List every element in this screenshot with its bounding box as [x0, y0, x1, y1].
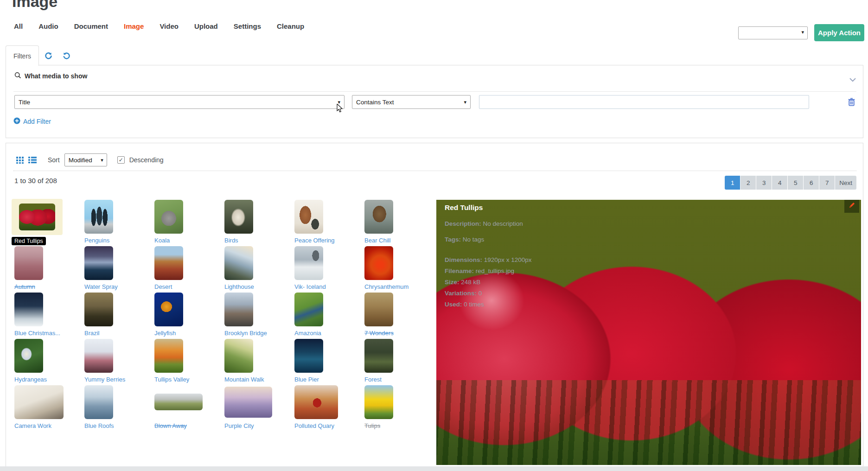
media-thumbnail[interactable] — [294, 246, 323, 280]
nav-item-all[interactable]: All — [14, 22, 23, 30]
selected-thumbnail-highlight[interactable] — [12, 199, 63, 235]
pagination-page-4[interactable]: 4 — [772, 176, 787, 190]
media-item-label[interactable]: Desert — [154, 283, 172, 290]
media-thumbnail[interactable] — [224, 200, 253, 234]
media-thumbnail[interactable] — [224, 246, 253, 280]
media-thumbnail[interactable] — [154, 246, 183, 280]
nav-item-audio[interactable]: Audio — [38, 22, 58, 30]
media-thumbnail[interactable] — [364, 246, 393, 280]
filter-operator-select[interactable]: Contains Text ▾ — [352, 95, 471, 109]
pagination-page-1[interactable]: 1 — [725, 176, 740, 190]
media-thumbnail[interactable] — [84, 293, 113, 326]
media-thumbnail[interactable] — [294, 339, 323, 373]
pagination-page-5[interactable]: 5 — [788, 176, 803, 190]
media-thumbnail[interactable] — [364, 385, 393, 419]
media-item-label[interactable]: Lighthouse — [224, 283, 254, 290]
media-thumbnail[interactable] — [154, 339, 183, 373]
tab-filters[interactable]: Filters — [6, 45, 39, 66]
media-item: Koala — [154, 200, 224, 234]
media-item-label[interactable]: Brooklyn Bridge — [224, 330, 267, 337]
media-item-label[interactable]: Tulips — [364, 422, 380, 429]
media-thumbnail[interactable] — [19, 204, 55, 230]
trash-icon[interactable] — [848, 98, 855, 108]
media-item-label[interactable]: Water Spray — [84, 283, 118, 290]
detail-meta-line: Dimensions: 1920px x 1200px — [445, 255, 532, 266]
edit-button[interactable] — [844, 200, 859, 213]
media-item-label[interactable]: Brazil — [84, 330, 100, 337]
media-thumbnail[interactable] — [84, 339, 113, 373]
media-item-label[interactable]: Peace Offering — [294, 237, 334, 244]
media-thumbnail[interactable] — [14, 339, 43, 373]
media-item: Penguins — [84, 200, 154, 234]
media-item-label[interactable]: Camera Work — [14, 422, 51, 429]
media-item-label[interactable]: Birds — [224, 237, 238, 244]
media-thumbnail[interactable] — [84, 200, 113, 234]
media-item-label[interactable]: Autumn — [14, 283, 35, 290]
media-thumbnail[interactable] — [224, 387, 272, 418]
nav-item-upload[interactable]: Upload — [194, 22, 218, 30]
add-filter-button[interactable]: Add Filter — [13, 117, 51, 126]
media-item-label[interactable]: Penguins — [84, 237, 109, 244]
media-item-label[interactable]: Polluted Quary — [294, 422, 334, 429]
media-item-label[interactable]: Chrysanthemum — [364, 283, 408, 290]
media-item-label[interactable]: Forest — [364, 376, 382, 383]
refresh-icon[interactable] — [45, 52, 52, 60]
media-thumbnail[interactable] — [294, 385, 338, 419]
media-thumbnail[interactable] — [154, 293, 183, 326]
media-item-label[interactable]: Vik- Iceland — [294, 283, 326, 290]
media-thumbnail[interactable] — [224, 293, 253, 326]
list-view-icon[interactable] — [28, 156, 37, 164]
media-item-label[interactable]: Mountain Walk — [224, 376, 264, 383]
media-thumbnail[interactable] — [84, 385, 113, 419]
media-item-label[interactable]: Jellyfish — [154, 330, 176, 337]
media-thumbnail[interactable] — [154, 200, 183, 234]
pagination-page-6[interactable]: 6 — [804, 176, 819, 190]
media-item: Camera Work — [14, 385, 84, 419]
media-thumbnail[interactable] — [84, 246, 113, 280]
bulk-action-select[interactable]: ▾ — [738, 26, 808, 39]
media-thumbnail[interactable] — [224, 339, 253, 373]
nav-item-settings[interactable]: Settings — [234, 22, 261, 30]
nav-item-document[interactable]: Document — [74, 22, 108, 30]
top-nav: AllAudioDocumentImageVideoUploadSettings… — [14, 22, 304, 30]
media-item-label[interactable]: Blue Pier — [294, 376, 319, 383]
media-item-label[interactable]: Purple City — [224, 422, 254, 429]
media-item-label[interactable]: Tullips Valley — [154, 376, 189, 383]
filter-value-input[interactable] — [479, 95, 809, 109]
media-item-label[interactable]: Blue Roofs — [84, 422, 114, 429]
media-item-label[interactable]: Red Tullips — [12, 237, 46, 245]
media-item-label[interactable]: Hydrangeas — [14, 376, 47, 383]
media-thumbnail[interactable] — [14, 385, 64, 419]
media-thumbnail[interactable] — [364, 339, 393, 373]
media-item-label[interactable]: Koala — [154, 237, 170, 244]
media-thumbnail[interactable] — [364, 293, 393, 326]
pagination-page-3[interactable]: 3 — [756, 176, 772, 190]
filter-field-select[interactable]: Title ▾ — [14, 95, 345, 109]
detail-title: Red Tullips — [445, 204, 483, 212]
descending-checkbox[interactable]: ✓ — [117, 156, 125, 164]
pagination-next[interactable]: Next — [835, 176, 856, 190]
pagination-page-7[interactable]: 7 — [819, 176, 835, 190]
media-item-label[interactable]: Blown Away — [154, 422, 187, 429]
sort-select[interactable]: Modified ▾ — [64, 153, 107, 166]
media-item-label[interactable]: Blue Christmas... — [14, 330, 60, 337]
media-thumbnail[interactable] — [294, 200, 323, 234]
media-item-label[interactable]: Yummy Berries — [84, 376, 125, 383]
pagination-page-2[interactable]: 2 — [740, 176, 756, 190]
media-item-label[interactable]: Amazonia — [294, 330, 321, 337]
media-thumbnail[interactable] — [294, 293, 323, 326]
media-thumbnail[interactable] — [14, 293, 43, 326]
reset-icon[interactable] — [63, 52, 70, 60]
nav-item-image[interactable]: Image — [124, 22, 144, 30]
grid-view-icon[interactable] — [16, 156, 24, 164]
media-thumbnail[interactable] — [154, 394, 203, 410]
nav-item-cleanup[interactable]: Cleanup — [277, 22, 304, 30]
media-thumbnail[interactable] — [364, 200, 393, 234]
media-thumbnail[interactable] — [14, 246, 43, 280]
meta-label: Variations: — [445, 290, 477, 297]
apply-action-button[interactable]: Apply Action — [814, 24, 864, 41]
media-item-label[interactable]: Bear Chill — [364, 237, 390, 244]
collapse-chevron-icon[interactable] — [849, 76, 856, 84]
nav-item-video[interactable]: Video — [160, 22, 179, 30]
media-item-label[interactable]: 7 Wonders — [364, 330, 394, 337]
